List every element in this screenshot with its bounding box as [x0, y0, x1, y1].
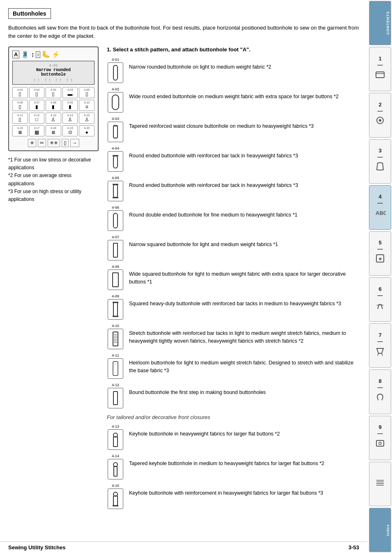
- tab-8-icon: [374, 391, 386, 405]
- stitch-icon-406: [108, 210, 123, 231]
- stitch-4-20[interactable]: 4-20●: [79, 125, 95, 136]
- tab-1-icon: [374, 69, 386, 82]
- svg-rect-30: [113, 496, 118, 506]
- sidebar-tab-lines[interactable]: [369, 462, 391, 506]
- stitch-badge-406: 4-06: [107, 205, 124, 231]
- stitch-desc-415: Keyhole buttonhole with reinforcement in…: [129, 484, 359, 497]
- tab-8-num: 8: [378, 378, 381, 384]
- sidebar-tab-6[interactable]: 6 —: [369, 277, 391, 322]
- footnote-3: *3 For use on high stress or utility app…: [8, 188, 99, 203]
- stitch-4-14[interactable]: 4-14♙: [62, 113, 78, 124]
- nav-icon-2[interactable]: ✂: [38, 139, 46, 147]
- stitch-icon-410: [108, 329, 123, 349]
- stitch-4-05[interactable]: 4-05▯: [79, 87, 95, 98]
- icon-foot: 🦶: [42, 51, 50, 58]
- stitch-4-17[interactable]: 4-17▦: [29, 125, 45, 136]
- stitch-4-13[interactable]: 4-13♙: [46, 113, 61, 124]
- stitch-icon-411: [108, 358, 123, 379]
- stitch-4-18[interactable]: 4-18≣: [46, 125, 61, 136]
- tab-6-icon: [374, 299, 386, 313]
- tab-5-icon: ★: [374, 253, 386, 266]
- svg-rect-1: [112, 95, 119, 110]
- icon-arrow: ↕: [31, 51, 34, 58]
- tab-4-num: 4: [378, 194, 381, 200]
- stitch-entry-404: 4-04 Round ended buttonhole with reinfor…: [107, 146, 359, 172]
- stitch-4-12[interactable]: 4-12□: [29, 113, 45, 124]
- stitch-entry-414: 4-14 Tapered keyhole buttonhole in mediu…: [107, 454, 359, 479]
- stitch-4-15[interactable]: 4-15♙: [79, 113, 95, 124]
- index-label: Index: [369, 523, 391, 538]
- stitch-badge-407: 4-07: [107, 235, 124, 260]
- stitch-badge-411: 4-11: [107, 353, 124, 379]
- sidebar-tab-contents[interactable]: CONTENTS: [369, 1, 391, 45]
- svg-rect-4: [113, 156, 118, 168]
- stitch-desc-409: Squared heavy-duty buttonhole with reinf…: [129, 294, 359, 308]
- stitch-entry-415: 4-15 Keyhole buttonhole with reinforceme…: [107, 484, 359, 509]
- stitch-entry-411: 4-11 Heirloom buttonhole for light to me…: [107, 353, 359, 379]
- tab-3-num: 3: [378, 147, 381, 154]
- tab-9-dash: —: [378, 430, 383, 436]
- stitch-desc-408: Wide squared buttonhole for light to med…: [129, 265, 359, 286]
- sidebar-tab-3[interactable]: 3 —: [369, 139, 391, 184]
- stitch-4-06[interactable]: 4-06▯: [12, 100, 28, 111]
- stitch-badge-403: 4-03: [107, 117, 124, 142]
- nav-icon-4[interactable]: ▯: [62, 139, 69, 147]
- tab-4-icon: ABC: [374, 207, 386, 220]
- stitch-4-10[interactable]: 4-10≡: [79, 100, 95, 111]
- stitch-desc-402: Wide round ended buttonhole on medium we…: [129, 87, 359, 101]
- stitch-4-07[interactable]: 4-07▮: [29, 100, 45, 111]
- svg-rect-28: [114, 466, 117, 476]
- sidebar-tab-5[interactable]: 5 — ★: [369, 231, 391, 276]
- tab-7-icon: [374, 345, 386, 359]
- svg-rect-6: [113, 184, 118, 198]
- nav-icon-3[interactable]: ✳✳: [48, 139, 60, 147]
- nav-icon-1[interactable]: ✳: [28, 139, 36, 147]
- sidebar-tab-2[interactable]: 2 —: [369, 93, 391, 137]
- stitch-badge-404: 4-04: [107, 146, 124, 172]
- stitch-desc-412: Bound buttonhole the first step in makin…: [129, 383, 359, 396]
- stitch-4-19[interactable]: 4-19⊙: [62, 125, 78, 136]
- icon-speed: ⚡: [52, 51, 60, 58]
- stitch-entry-408: 4-08 Wide squared buttonhole for light t…: [107, 265, 359, 290]
- tab-3-icon: [374, 161, 386, 174]
- stitch-4-03[interactable]: 4-03▯: [46, 87, 61, 98]
- stitch-badge-405: 4-05: [107, 176, 124, 201]
- stitch-4-08[interactable]: 4-08▮: [46, 100, 61, 111]
- stitch-icon-403: [108, 122, 123, 142]
- tab-8-dash: —: [378, 384, 383, 390]
- svg-rect-12: [113, 302, 118, 316]
- stitch-4-02[interactable]: 4-02▯: [29, 87, 45, 98]
- stitch-desc-413: Keyhole buttonhole in heavyweight fabric…: [129, 424, 359, 438]
- stitch-4-04[interactable]: 4-04▬: [62, 87, 78, 98]
- sidebar-tab-4[interactable]: 4 — ABC: [369, 185, 391, 230]
- tab-4-dash: —: [378, 200, 383, 206]
- sidebar-tab-9[interactable]: 9 —: [369, 416, 391, 460]
- stitch-4-01[interactable]: 4-01▯: [12, 87, 28, 98]
- stitch-badge-414: 4-14: [107, 454, 124, 479]
- stitch-desc-404: Round ended buttonhole with reinforced b…: [129, 146, 359, 160]
- tab-2-num: 2: [378, 101, 381, 108]
- stitch-icon-407: [108, 240, 123, 260]
- stitch-4-11[interactable]: 4-11▯: [12, 113, 28, 124]
- sidebar-tab-index[interactable]: Index: [369, 508, 391, 552]
- stitch-entry-409: 4-09 Squared heavy-duty buttonhole with …: [107, 294, 359, 320]
- nav-icon-5[interactable]: →: [70, 139, 79, 147]
- sidebar-tab-1[interactable]: 1 —: [369, 47, 391, 91]
- stitch-4-16[interactable]: 4-16≣: [12, 125, 28, 136]
- stitch-entry-407: 4-07 Narrow squared buttonhole for light…: [107, 235, 359, 260]
- svg-rect-33: [376, 72, 384, 78]
- stitch-desc-406: Round double ended buttonhole for fine m…: [129, 205, 359, 219]
- svg-rect-25: [113, 392, 118, 405]
- stitch-grid-1: 4-01▯ 4-02▯ 4-03▯ 4-04▬ 4-05▯: [12, 87, 95, 98]
- stitch-entry-405: 4-05 Round ended buttonhole with reinfor…: [107, 176, 359, 201]
- stitch-4-09[interactable]: 4-09▮: [62, 100, 78, 111]
- svg-rect-40: [376, 440, 384, 446]
- sidebar-tab-8[interactable]: 8 —: [369, 369, 391, 414]
- sidebar-tab-7[interactable]: 7 —: [369, 323, 391, 368]
- stitch-grid-2: 4-06▯ 4-07▮ 4-08▮ 4-09▮ 4-10≡: [12, 100, 95, 111]
- stitch-icon-408: [108, 270, 123, 290]
- screen-line1: Narrow rounded: [15, 68, 92, 72]
- svg-text:ABC: ABC: [376, 210, 386, 216]
- footnote-1: *1 For use on low stress or decorative a…: [8, 156, 99, 172]
- stitch-desc-403: Tapered reinforced waist closure buttonh…: [129, 117, 359, 130]
